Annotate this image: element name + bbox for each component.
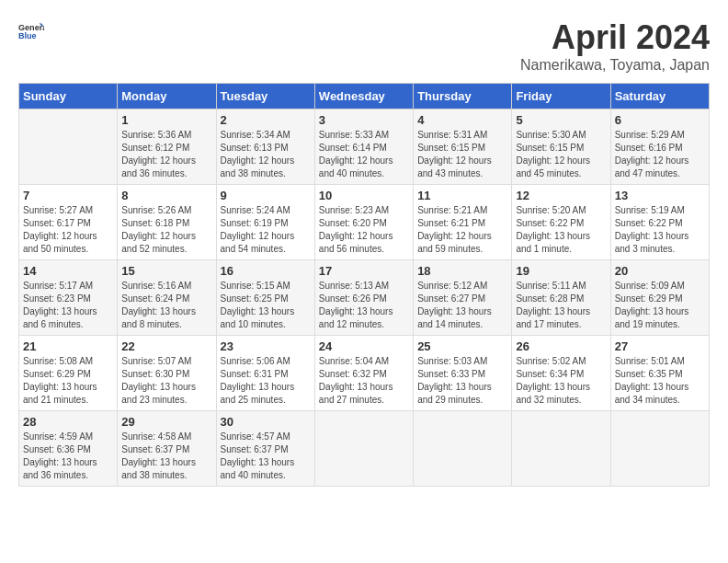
calendar-cell: 21Sunrise: 5:08 AM Sunset: 6:29 PM Dayli… [19, 336, 118, 411]
day-info: Sunrise: 5:02 AM Sunset: 6:34 PM Dayligh… [516, 355, 606, 407]
day-info: Sunrise: 5:19 AM Sunset: 6:22 PM Dayligh… [615, 204, 705, 256]
calendar-cell [414, 411, 512, 487]
day-info: Sunrise: 4:57 AM Sunset: 6:37 PM Dayligh… [221, 431, 311, 482]
calendar-cell: 15Sunrise: 5:16 AM Sunset: 6:24 PM Dayli… [118, 260, 216, 336]
calendar-cell: 17Sunrise: 5:13 AM Sunset: 6:26 PM Dayli… [314, 260, 413, 336]
weekday-header: Thursday [414, 84, 512, 109]
calendar-cell: 29Sunrise: 4:58 AM Sunset: 6:37 PM Dayli… [118, 411, 216, 487]
day-info: Sunrise: 5:36 AM Sunset: 6:12 PM Dayligh… [121, 129, 211, 180]
day-info: Sunrise: 5:07 AM Sunset: 6:30 PM Dayligh… [121, 355, 211, 407]
day-number: 6 [615, 113, 705, 127]
day-info: Sunrise: 5:24 AM Sunset: 6:19 PM Dayligh… [221, 204, 311, 256]
calendar-cell: 30Sunrise: 4:57 AM Sunset: 6:37 PM Dayli… [216, 411, 314, 487]
day-info: Sunrise: 5:21 AM Sunset: 6:21 PM Dayligh… [417, 204, 507, 256]
day-number: 11 [417, 189, 507, 202]
day-number: 12 [516, 189, 606, 202]
calendar-cell: 25Sunrise: 5:03 AM Sunset: 6:33 PM Dayli… [414, 336, 512, 411]
calendar-cell: 18Sunrise: 5:12 AM Sunset: 6:27 PM Dayli… [414, 260, 512, 336]
weekday-header-row: SundayMondayTuesdayWednesdayThursdayFrid… [19, 84, 710, 109]
calendar-cell: 14Sunrise: 5:17 AM Sunset: 6:23 PM Dayli… [19, 260, 118, 336]
day-info: Sunrise: 5:04 AM Sunset: 6:32 PM Dayligh… [319, 355, 409, 407]
calendar-week-row: 14Sunrise: 5:17 AM Sunset: 6:23 PM Dayli… [19, 260, 710, 336]
day-number: 2 [221, 113, 311, 127]
day-number: 15 [121, 264, 211, 278]
day-info: Sunrise: 5:29 AM Sunset: 6:16 PM Dayligh… [615, 129, 705, 180]
day-info: Sunrise: 5:15 AM Sunset: 6:25 PM Dayligh… [221, 280, 311, 331]
day-number: 14 [23, 264, 113, 278]
weekday-header: Saturday [610, 84, 709, 109]
weekday-header: Sunday [19, 84, 118, 109]
day-number: 16 [221, 264, 311, 278]
day-number: 29 [121, 415, 211, 429]
svg-text:Blue: Blue [18, 31, 37, 40]
day-info: Sunrise: 5:31 AM Sunset: 6:15 PM Dayligh… [417, 129, 507, 180]
day-info: Sunrise: 5:33 AM Sunset: 6:14 PM Dayligh… [319, 129, 409, 180]
day-number: 23 [221, 339, 311, 353]
day-number: 7 [23, 189, 113, 202]
calendar-cell: 3Sunrise: 5:33 AM Sunset: 6:14 PM Daylig… [314, 109, 413, 185]
calendar-week-row: 21Sunrise: 5:08 AM Sunset: 6:29 PM Dayli… [19, 336, 710, 411]
calendar-cell: 7Sunrise: 5:27 AM Sunset: 6:17 PM Daylig… [19, 185, 118, 260]
day-number: 22 [121, 339, 211, 353]
day-number: 9 [221, 189, 311, 202]
location-subtitle: Namerikawa, Toyama, Japan [520, 57, 710, 74]
day-info: Sunrise: 5:30 AM Sunset: 6:15 PM Dayligh… [516, 129, 606, 180]
calendar-cell: 19Sunrise: 5:11 AM Sunset: 6:28 PM Dayli… [512, 260, 610, 336]
calendar-week-row: 7Sunrise: 5:27 AM Sunset: 6:17 PM Daylig… [19, 185, 710, 260]
day-number: 4 [417, 113, 507, 127]
calendar-cell: 20Sunrise: 5:09 AM Sunset: 6:29 PM Dayli… [610, 260, 709, 336]
calendar-cell: 8Sunrise: 5:26 AM Sunset: 6:18 PM Daylig… [118, 185, 216, 260]
calendar-week-row: 28Sunrise: 4:59 AM Sunset: 6:36 PM Dayli… [19, 411, 710, 487]
calendar-cell: 23Sunrise: 5:06 AM Sunset: 6:31 PM Dayli… [216, 336, 314, 411]
calendar-cell: 10Sunrise: 5:23 AM Sunset: 6:20 PM Dayli… [314, 185, 413, 260]
day-number: 1 [121, 113, 211, 127]
day-info: Sunrise: 4:59 AM Sunset: 6:36 PM Dayligh… [23, 431, 113, 482]
day-number: 30 [221, 415, 311, 429]
day-info: Sunrise: 5:11 AM Sunset: 6:28 PM Dayligh… [516, 280, 606, 331]
calendar-cell: 24Sunrise: 5:04 AM Sunset: 6:32 PM Dayli… [314, 336, 413, 411]
day-info: Sunrise: 5:16 AM Sunset: 6:24 PM Dayligh… [121, 280, 211, 331]
calendar-cell: 27Sunrise: 5:01 AM Sunset: 6:35 PM Dayli… [610, 336, 709, 411]
weekday-header: Friday [512, 84, 610, 109]
calendar-cell [512, 411, 610, 487]
calendar-cell: 5Sunrise: 5:30 AM Sunset: 6:15 PM Daylig… [512, 109, 610, 185]
day-info: Sunrise: 5:26 AM Sunset: 6:18 PM Dayligh… [121, 204, 211, 256]
weekday-header: Wednesday [314, 84, 413, 109]
day-number: 21 [23, 339, 113, 353]
day-info: Sunrise: 5:20 AM Sunset: 6:22 PM Dayligh… [516, 204, 606, 256]
day-number: 17 [319, 264, 409, 278]
day-info: Sunrise: 4:58 AM Sunset: 6:37 PM Dayligh… [121, 431, 211, 482]
calendar-week-row: 1Sunrise: 5:36 AM Sunset: 6:12 PM Daylig… [19, 109, 710, 185]
calendar-cell [314, 411, 413, 487]
calendar-cell: 6Sunrise: 5:29 AM Sunset: 6:16 PM Daylig… [610, 109, 709, 185]
day-info: Sunrise: 5:13 AM Sunset: 6:26 PM Dayligh… [319, 280, 409, 331]
weekday-header: Monday [118, 84, 216, 109]
calendar-cell: 9Sunrise: 5:24 AM Sunset: 6:19 PM Daylig… [216, 185, 314, 260]
calendar-cell: 26Sunrise: 5:02 AM Sunset: 6:34 PM Dayli… [512, 336, 610, 411]
day-number: 10 [319, 189, 409, 202]
day-info: Sunrise: 5:23 AM Sunset: 6:20 PM Dayligh… [319, 204, 409, 256]
calendar-cell: 13Sunrise: 5:19 AM Sunset: 6:22 PM Dayli… [610, 185, 709, 260]
day-info: Sunrise: 5:06 AM Sunset: 6:31 PM Dayligh… [221, 355, 311, 407]
day-number: 8 [121, 189, 211, 202]
day-info: Sunrise: 5:34 AM Sunset: 6:13 PM Dayligh… [221, 129, 311, 180]
page-header: General Blue April 2024 Namerikawa, Toya… [18, 18, 710, 74]
day-info: Sunrise: 5:09 AM Sunset: 6:29 PM Dayligh… [615, 280, 705, 331]
logo-icon: General Blue [18, 18, 44, 44]
day-info: Sunrise: 5:27 AM Sunset: 6:17 PM Dayligh… [23, 204, 113, 256]
calendar-cell: 11Sunrise: 5:21 AM Sunset: 6:21 PM Dayli… [414, 185, 512, 260]
calendar-cell: 28Sunrise: 4:59 AM Sunset: 6:36 PM Dayli… [19, 411, 118, 487]
day-number: 18 [417, 264, 507, 278]
calendar-cell: 22Sunrise: 5:07 AM Sunset: 6:30 PM Dayli… [118, 336, 216, 411]
day-info: Sunrise: 5:12 AM Sunset: 6:27 PM Dayligh… [417, 280, 507, 331]
day-info: Sunrise: 5:17 AM Sunset: 6:23 PM Dayligh… [23, 280, 113, 331]
day-info: Sunrise: 5:08 AM Sunset: 6:29 PM Dayligh… [23, 355, 113, 407]
day-number: 13 [615, 189, 705, 202]
day-number: 24 [319, 339, 409, 353]
day-number: 19 [516, 264, 606, 278]
day-info: Sunrise: 5:03 AM Sunset: 6:33 PM Dayligh… [417, 355, 507, 407]
calendar-cell: 16Sunrise: 5:15 AM Sunset: 6:25 PM Dayli… [216, 260, 314, 336]
day-number: 28 [23, 415, 113, 429]
weekday-header: Tuesday [216, 84, 314, 109]
day-info: Sunrise: 5:01 AM Sunset: 6:35 PM Dayligh… [615, 355, 705, 407]
